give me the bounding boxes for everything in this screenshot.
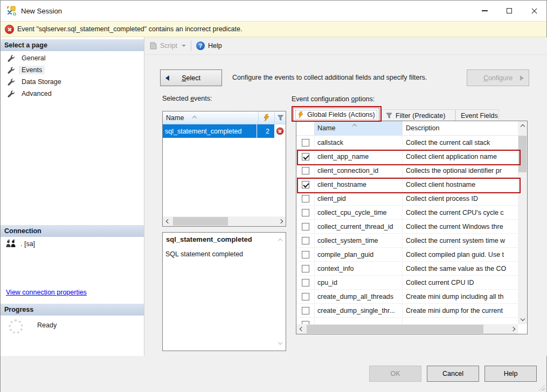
tab-filter-predicate[interactable]: Filter (Predicate) (382, 109, 455, 121)
config-table-row[interactable]: create_dump_all_threads Create mini dump… (296, 290, 518, 304)
chevron-down-icon (520, 317, 524, 321)
row-checkbox[interactable] (302, 307, 309, 314)
checkbox-column-header (296, 121, 314, 135)
config-table-row[interactable]: collect_cpu_cycle_time Collect the curre… (296, 206, 518, 220)
selected-events-hscrollbar[interactable] (163, 216, 286, 226)
script-button[interactable]: Script (149, 41, 186, 50)
row-checkbox[interactable] (302, 139, 309, 146)
scroll-right-button[interactable] (276, 216, 286, 226)
tab-event-fields[interactable]: Event Fields (455, 109, 499, 121)
instruction-text: Configure the events to collect addition… (232, 74, 427, 81)
row-checkbox[interactable] (302, 237, 309, 244)
row-checkbox[interactable] (302, 167, 309, 174)
chevron-down-icon (182, 45, 186, 47)
help-button[interactable]: Help (484, 366, 537, 382)
row-checkbox[interactable] (302, 293, 309, 300)
close-button[interactable] (522, 1, 546, 21)
row-checkbox[interactable] (302, 265, 309, 272)
config-row-name: callstack (314, 136, 403, 149)
view-connection-properties-link[interactable]: View connection properties (6, 289, 87, 296)
config-table-row[interactable]: collect_current_thread_id Collect the cu… (296, 220, 518, 234)
config-row-name: create_dump_all_threads (314, 290, 403, 303)
main-panel: Script ? Help Select Configure the event… (144, 37, 547, 356)
config-table-row[interactable]: client_app_name Collect client applicati… (296, 150, 518, 164)
scrollbar-thumb[interactable] (518, 136, 527, 172)
cancel-button[interactable]: Cancel (427, 366, 479, 382)
event-description-text: SQL statement completed (165, 250, 243, 258)
maximize-button[interactable] (497, 1, 522, 21)
config-row-description: Collect current CPU ID (403, 276, 518, 289)
chevron-down-icon[interactable] (278, 340, 282, 345)
config-table-row[interactable]: cpu_id Collect current CPU ID (296, 276, 518, 290)
footer-bar: OK Cancel Help (1, 356, 546, 392)
config-row-description: Collect the current system time w (403, 234, 518, 247)
sidebar-item-events[interactable]: Events (1, 64, 144, 76)
minimize-button[interactable] (472, 1, 497, 21)
selected-event-row[interactable]: sql_statement_completed 2 (163, 124, 286, 138)
filter-column-header[interactable] (274, 111, 286, 124)
chevron-left-icon (299, 327, 303, 331)
config-row-description: Collect the current Windows thre (403, 220, 518, 233)
row-checkbox[interactable] (302, 195, 309, 202)
progress-status: Ready (37, 321, 57, 329)
connection-value: . [sa] (20, 240, 35, 248)
tab-label: Event Fields (461, 112, 498, 120)
config-row-name: cpu_id (314, 276, 403, 289)
config-table-row[interactable] (296, 318, 518, 324)
configure-button[interactable]: Configure (467, 69, 529, 86)
name-column-header[interactable]: Name (314, 121, 403, 135)
config-table-row[interactable]: client_hostname Collect client hostname (296, 178, 518, 192)
config-row-name: client_connection_id (314, 164, 403, 177)
sidebar-item-data-storage[interactable]: Data Storage (1, 76, 144, 88)
scroll-left-button[interactable] (296, 324, 306, 334)
help-toolbar-button[interactable]: ? Help (196, 41, 222, 50)
global-fields-hscrollbar[interactable] (296, 324, 518, 334)
sidebar-item-general[interactable]: General (1, 52, 144, 64)
row-checkbox[interactable] (302, 279, 309, 286)
resize-grip[interactable] (538, 384, 545, 391)
lightning-icon (297, 111, 304, 118)
actions-column-header[interactable] (258, 111, 274, 124)
ok-button[interactable]: OK (369, 366, 421, 382)
scroll-up-button[interactable] (518, 121, 527, 130)
chevron-up-icon[interactable] (278, 239, 282, 243)
config-table-row[interactable]: create_dump_single_thr... Create mini du… (296, 304, 518, 318)
scroll-down-button[interactable] (518, 315, 527, 324)
config-table-row[interactable]: collect_system_time Collect the current … (296, 234, 518, 248)
chevron-up-icon (520, 124, 524, 129)
maximize-icon (507, 8, 512, 13)
config-table-row[interactable]: context_info Collect the same value as t… (296, 262, 518, 276)
description-column-header[interactable]: Description (403, 121, 518, 135)
sidebar-item-label: Data Storage (19, 78, 64, 86)
config-table-row[interactable]: client_connection_id Collects the option… (296, 164, 518, 178)
wrench-icon (7, 78, 15, 86)
scrollbar-thumb[interactable] (173, 217, 228, 226)
scrollbar-thumb[interactable] (307, 325, 483, 333)
selected-events-table: Name sql_statement_completed 2 (162, 111, 286, 227)
arrow-right-icon (520, 75, 524, 81)
row-checkbox[interactable] (302, 181, 309, 188)
scroll-left-button[interactable] (163, 216, 172, 226)
config-row-description: Collect the current call stack (403, 136, 518, 149)
config-table-row[interactable]: client_pid Collect client process ID (296, 192, 518, 206)
sidebar-item-advanced[interactable]: Advanced (1, 88, 144, 100)
invalid-predicate-cell[interactable] (274, 124, 286, 138)
row-checkbox[interactable] (302, 153, 309, 160)
scroll-right-button[interactable] (509, 324, 518, 334)
global-fields-table: Name Description callstack Collect the c… (296, 121, 528, 334)
config-table-row[interactable]: compile_plan_guid Collect compiled plan … (296, 248, 518, 262)
config-table-row[interactable]: callstack Collect the current call stack (296, 136, 518, 150)
tab-global-fields-actions[interactable]: Global Fields (Actions) (293, 108, 379, 121)
row-checkbox[interactable] (302, 251, 309, 258)
config-table-rows: callstack Collect the current call stack… (296, 136, 518, 324)
name-column-header[interactable]: Name (163, 114, 258, 122)
select-button[interactable]: Select (160, 69, 222, 86)
validation-error-bar: Event "sqlserver.sql_statement_completed… (1, 21, 546, 37)
script-label: Script (160, 42, 177, 50)
event-configuration-options-label: Event configuration options: (292, 95, 375, 103)
config-row-description: Collect the same value as the CO (403, 262, 518, 275)
row-checkbox[interactable] (302, 223, 309, 230)
global-fields-vscrollbar[interactable] (518, 121, 527, 324)
row-checkbox[interactable] (302, 209, 309, 216)
chevron-left-icon (165, 219, 170, 223)
